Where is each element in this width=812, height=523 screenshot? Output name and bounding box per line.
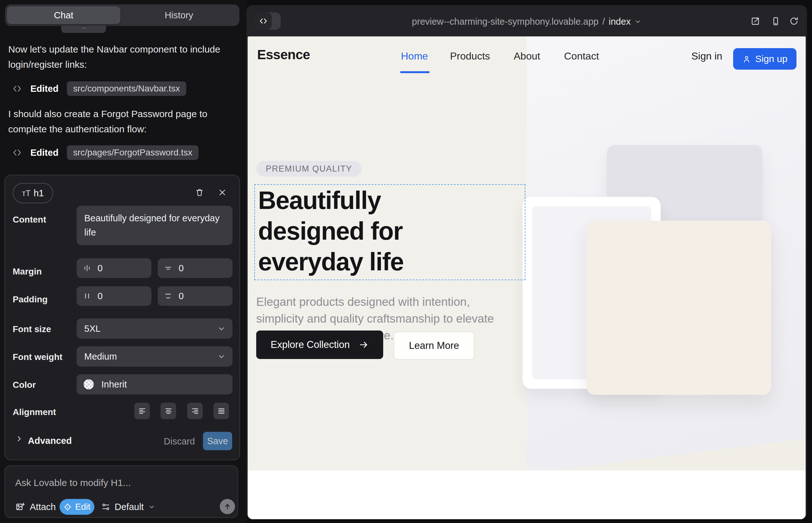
edited-label: Edited	[30, 147, 58, 158]
font-size-select[interactable]: 5XL	[77, 319, 232, 339]
url-bar[interactable]: preview--charming-site-symphony.lovable.…	[246, 16, 807, 26]
alignment-label: Alignment	[13, 407, 56, 417]
padding-label: Padding	[13, 294, 48, 305]
attach-button[interactable]: Attach	[15, 499, 56, 515]
nav-link-home[interactable]: Home	[401, 50, 428, 62]
align-left-icon	[138, 407, 146, 415]
sign-up-button[interactable]: Sign up	[733, 48, 796, 70]
align-center-icon	[164, 407, 173, 415]
content-label: Content	[13, 215, 46, 225]
chevron-down-icon	[148, 503, 155, 510]
padding-horizontal-input[interactable]: 0	[77, 286, 152, 306]
save-button[interactable]: Save	[203, 432, 232, 450]
discard-button[interactable]: Discard	[164, 436, 195, 447]
margin-vertical-input[interactable]: 0	[158, 258, 232, 278]
padding-vertical-input[interactable]: 0	[158, 286, 232, 306]
edited-file-chip[interactable]: src/pages/ForgotPassword.tsx	[67, 145, 199, 160]
site-viewport: Essence Home Products About Contact Sign…	[248, 36, 806, 519]
hero-heading[interactable]: Beautifully designed for everyday life	[258, 185, 464, 277]
chevron-down-icon	[634, 18, 641, 25]
margin-horizontal-input[interactable]: 0	[77, 258, 152, 278]
close-editor-button[interactable]	[215, 185, 229, 199]
chevron-down-icon	[217, 325, 226, 333]
scrolled-chip: ··	[61, 26, 106, 33]
trash-icon	[195, 188, 204, 197]
nav-link-products[interactable]: Products	[450, 50, 490, 62]
nav-link-about[interactable]: About	[514, 50, 540, 62]
hero-badge: PREMIUM QUALITY	[256, 161, 362, 177]
element-tag-label: h1	[34, 188, 44, 198]
tab-history[interactable]: History	[120, 6, 237, 24]
edit-mode-button[interactable]: Edit	[59, 499, 94, 515]
arrow-right-icon	[358, 340, 369, 350]
advanced-label[interactable]: Advanced	[28, 436, 72, 446]
decorative-card-cream	[586, 221, 771, 395]
model-selector[interactable]: Default	[101, 499, 155, 515]
code-icon	[13, 84, 21, 93]
advanced-expander[interactable]	[15, 435, 23, 443]
learn-more-button[interactable]: Learn More	[394, 331, 474, 360]
site-navbar: Essence Home Products About Contact Sign…	[248, 36, 806, 76]
sign-in-link[interactable]: Sign in	[691, 50, 722, 62]
site-logo[interactable]: Essence	[257, 47, 310, 62]
close-icon	[218, 188, 226, 197]
align-justify-icon	[217, 407, 226, 415]
chat-composer[interactable]: Ask Lovable to modify H1... Attach Edit …	[4, 465, 238, 518]
edited-file-chip[interactable]: src/components/Navbar.tsx	[67, 82, 187, 96]
target-icon	[63, 503, 72, 511]
sliders-icon	[101, 502, 110, 511]
explore-collection-button[interactable]: Explore Collection	[256, 330, 383, 359]
open-external-button[interactable]	[751, 16, 760, 26]
element-tag-pill[interactable]: тT h1	[13, 183, 53, 203]
external-link-icon	[751, 16, 760, 26]
edited-file-row[interactable]: Edited src/components/Navbar.tsx	[13, 81, 186, 96]
refresh-icon	[789, 16, 799, 26]
chevron-right-icon	[15, 435, 23, 443]
mobile-view-button[interactable]	[771, 16, 780, 26]
composer-placeholder[interactable]: Ask Lovable to modify H1...	[15, 477, 131, 488]
font-weight-select[interactable]: Medium	[77, 346, 232, 366]
chat-sidebar: Chat History ·· Now let's update the Nav…	[0, 0, 246, 523]
chat-history-tabbar: Chat History	[5, 4, 240, 26]
padding-vertical-icon	[164, 292, 172, 300]
browser-preview-panel: preview--charming-site-symphony.lovable.…	[246, 5, 807, 519]
refresh-button[interactable]	[789, 16, 799, 26]
content-textarea[interactable]: Beautifully designed for everyday life	[77, 206, 232, 245]
align-justify-button[interactable]	[213, 403, 229, 419]
selected-h1-element[interactable]: Beautifully designed for everyday life	[254, 184, 525, 280]
padding-horizontal-icon	[83, 292, 91, 300]
site-next-section	[248, 470, 806, 519]
align-right-button[interactable]	[187, 403, 203, 419]
url-host: preview--charming-site-symphony.lovable.…	[412, 16, 599, 27]
margin-vertical-icon	[164, 264, 172, 272]
color-select[interactable]: Inherit	[77, 374, 232, 395]
align-right-icon	[191, 407, 199, 415]
image-plus-icon	[15, 502, 25, 511]
edited-label: Edited	[30, 84, 58, 94]
align-left-button[interactable]	[134, 403, 150, 419]
send-button[interactable]	[220, 499, 235, 514]
url-separator: /	[602, 16, 605, 27]
align-center-button[interactable]	[161, 403, 176, 419]
margin-label: Margin	[13, 267, 42, 277]
font-size-label: Font size	[13, 324, 51, 334]
tab-chat[interactable]: Chat	[7, 6, 120, 24]
chat-message: I should also create a Forgot Password p…	[8, 106, 227, 137]
code-icon	[13, 148, 21, 157]
color-swatch	[84, 379, 94, 390]
mobile-icon	[771, 16, 780, 26]
color-label: Color	[13, 380, 36, 390]
font-weight-label: Font weight	[13, 352, 63, 362]
delete-element-button[interactable]	[193, 185, 207, 199]
url-page: index	[609, 16, 631, 27]
chat-message: Now let's update the Navbar component to…	[8, 42, 227, 72]
nav-link-contact[interactable]: Contact	[564, 50, 599, 62]
chevron-down-icon	[217, 353, 226, 361]
edited-file-row[interactable]: Edited src/pages/ForgotPassword.tsx	[13, 145, 198, 160]
nav-active-underline	[400, 71, 429, 73]
user-icon	[742, 55, 751, 63]
arrow-up-icon	[223, 502, 231, 511]
margin-horizontal-icon	[83, 264, 91, 272]
type-icon: тT	[22, 189, 31, 198]
element-editor-panel: тT h1 Content Beautifully designed for e…	[4, 175, 240, 460]
